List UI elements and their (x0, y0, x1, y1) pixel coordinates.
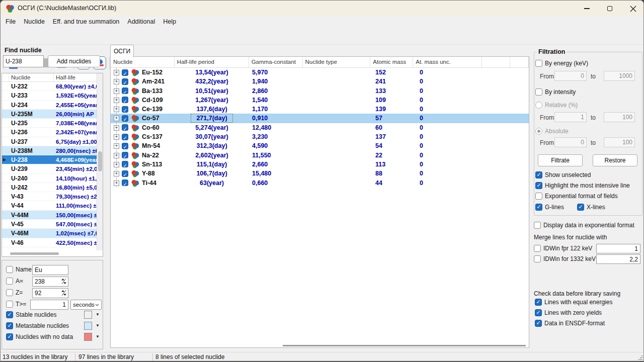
list-item-half-life[interactable]: 1,02(msec) ±7,0 (54, 229, 97, 237)
row-gamma-constant[interactable]: 1,940 (249, 77, 303, 86)
row-nuclide-name[interactable]: Sn-113 (142, 160, 162, 169)
row-nuclide-name[interactable]: Mn-54 (142, 141, 160, 150)
menu-help[interactable]: Help (159, 17, 180, 27)
table-row[interactable]: + Eu-152 13,54(year) 5,970 152 0 (111, 68, 529, 77)
relative-to-input[interactable] (604, 112, 635, 122)
menu-eff-true-summation[interactable]: Eff. and true summation (49, 17, 123, 27)
equal-energies-checkbox[interactable] (535, 299, 542, 306)
row-nuclide-type[interactable] (303, 77, 371, 86)
list-item[interactable]: U-237 6,75(day) ±1,00E (2, 137, 97, 146)
list-item[interactable]: U-233 1,592E+05(year) (2, 91, 97, 100)
row-atomic-mass[interactable]: 113 (371, 160, 414, 169)
row-nuclide-name[interactable]: Co-60 (142, 123, 159, 132)
list-item[interactable]: U-239 23,45(min) ±2,00 (2, 164, 97, 173)
list-item-half-life[interactable]: 422,50(msec) ±1 (54, 238, 97, 247)
row-half-life[interactable]: 312,3(day) (175, 141, 249, 150)
list-item-nuclide[interactable]: U-238 (9, 155, 54, 164)
row-nuclide-type[interactable] (303, 68, 371, 77)
list-item[interactable]: V-44M 150,00(msec) ±3 (2, 211, 97, 220)
row-checkbox[interactable] (122, 134, 128, 140)
list-item[interactable]: U-236 2,342E+07(year) (2, 128, 97, 137)
col-gamma-constant[interactable]: Gamma-constant (249, 57, 303, 67)
row-nuclide-type[interactable] (303, 178, 371, 188)
row-nuclide-name[interactable]: Y-88 (142, 169, 155, 178)
list-col-half-life[interactable]: Half-life (54, 73, 97, 81)
expand-icon[interactable]: + (114, 107, 119, 112)
resize-grip[interactable] (638, 355, 643, 360)
list-item-half-life[interactable]: 14,10(hour) ±1,0 (54, 174, 97, 183)
row-mass-unc[interactable]: 0 (414, 169, 482, 178)
row-gamma-constant[interactable]: 11,550 (249, 151, 303, 160)
row-mass-unc[interactable]: 0 (414, 123, 482, 132)
expand-icon[interactable]: + (114, 116, 119, 121)
list-item-nuclide[interactable]: U-232 (9, 82, 54, 90)
row-half-life[interactable]: 1,267(year) (175, 96, 249, 105)
list-item-nuclide[interactable]: U-235M (9, 110, 54, 118)
list-item[interactable]: V-44 111,00(msec) ±7 (2, 201, 97, 210)
metastable-color-dropdown-icon[interactable]: ▼ (96, 323, 100, 328)
row-atomic-mass[interactable]: 54 (371, 141, 414, 150)
maximize-button[interactable] (598, 1, 621, 17)
relative-from-input[interactable] (554, 112, 587, 122)
row-half-life[interactable]: 13,54(year) (175, 68, 249, 77)
list-item[interactable]: V-46M 1,02(msec) ±7,0 (2, 229, 97, 238)
filtrate-button[interactable]: Filtrate (538, 154, 583, 166)
table-row[interactable]: + Y-88 106,7(day) 15,480 88 0 (111, 169, 529, 178)
row-gamma-constant[interactable]: 1,170 (249, 105, 303, 114)
z-checkbox[interactable] (6, 289, 13, 296)
row-mass-unc[interactable]: 0 (414, 68, 482, 77)
row-mass-unc[interactable]: 0 (414, 114, 482, 123)
col-atomic-mass[interactable]: Atomic mass (370, 57, 413, 67)
spinner-icon[interactable] (60, 278, 67, 285)
col-nuclide-type[interactable]: Nuclide type (303, 57, 371, 67)
table-row[interactable]: + Cd-109 1,267(year) 1,540 109 0 (111, 96, 529, 105)
list-item-nuclide[interactable]: V-45 (9, 220, 54, 228)
list-item-half-life[interactable]: 16,80(min) ±5,00 (54, 183, 97, 192)
row-nuclide-type[interactable] (303, 114, 371, 123)
row-checkbox[interactable] (122, 97, 128, 103)
row-nuclide-type[interactable] (303, 105, 371, 114)
row-mass-unc[interactable]: 0 (414, 141, 482, 150)
menu-additional[interactable]: Additional (123, 17, 159, 27)
col-nuclide[interactable]: Nuclide (111, 57, 175, 67)
row-atomic-mass[interactable]: 137 (371, 132, 414, 141)
row-nuclide-name[interactable]: Ti-44 (142, 178, 156, 188)
row-nuclide-name[interactable]: Co-57 (142, 114, 159, 123)
table-row[interactable]: + Sn-113 115,1(day) 2,660 113 0 (111, 160, 529, 169)
stable-color-dropdown-icon[interactable]: ▼ (96, 312, 100, 317)
expand-icon[interactable]: + (114, 125, 119, 131)
list-item-half-life[interactable]: 6,75(day) ±1,00E (54, 137, 97, 146)
nuclide-list-hscroll-thumb[interactable] (10, 252, 59, 255)
table-row[interactable]: + Ba-133 10,51(year) 2,860 133 0 (111, 86, 529, 96)
list-item-half-life[interactable]: 26,00(min) AP (54, 110, 97, 118)
energy-to-input[interactable] (604, 71, 635, 81)
display-exp-checkbox[interactable] (534, 222, 541, 229)
list-item[interactable]: V-43 79,30(msec) ±2, (2, 192, 97, 201)
row-mass-unc[interactable]: 0 (414, 96, 482, 105)
list-item-half-life[interactable]: 2,342E+07(year) (54, 128, 97, 136)
expand-icon[interactable]: + (114, 143, 119, 149)
metastable-color-swatch[interactable] (84, 322, 92, 330)
row-half-life[interactable]: 63(year) (175, 178, 249, 188)
close-button[interactable] (621, 1, 644, 17)
list-item-nuclide[interactable]: V-46M (9, 229, 54, 237)
restore-button[interactable]: Restore (593, 154, 637, 166)
row-gamma-constant[interactable]: 15,480 (249, 169, 303, 178)
row-gamma-constant[interactable]: 0,660 (249, 178, 303, 188)
idwin-1332-input[interactable] (596, 254, 640, 264)
expand-icon[interactable]: + (114, 70, 119, 75)
row-checkbox[interactable] (122, 143, 128, 149)
col-half-life-period[interactable]: Half-life period (175, 57, 249, 67)
name-input[interactable] (32, 265, 68, 275)
list-item-half-life[interactable]: 23,45(min) ±2,00 (54, 164, 97, 173)
expand-icon[interactable]: + (114, 180, 119, 186)
col-at-mass-unc[interactable]: At. mass unc. (413, 57, 482, 67)
t-unit-select[interactable]: seconds (70, 300, 102, 310)
list-item-nuclide[interactable]: V-46 (9, 238, 54, 247)
row-half-life[interactable]: 115,1(day) (175, 160, 249, 169)
row-mass-unc[interactable]: 0 (414, 77, 482, 86)
row-nuclide-name[interactable]: Ce-139 (142, 105, 163, 114)
row-half-life[interactable]: 137,6(day) (175, 105, 249, 114)
add-nuclides-button[interactable]: Add nuclides (48, 55, 100, 67)
row-nuclide-name[interactable]: Am-241 (142, 77, 165, 86)
